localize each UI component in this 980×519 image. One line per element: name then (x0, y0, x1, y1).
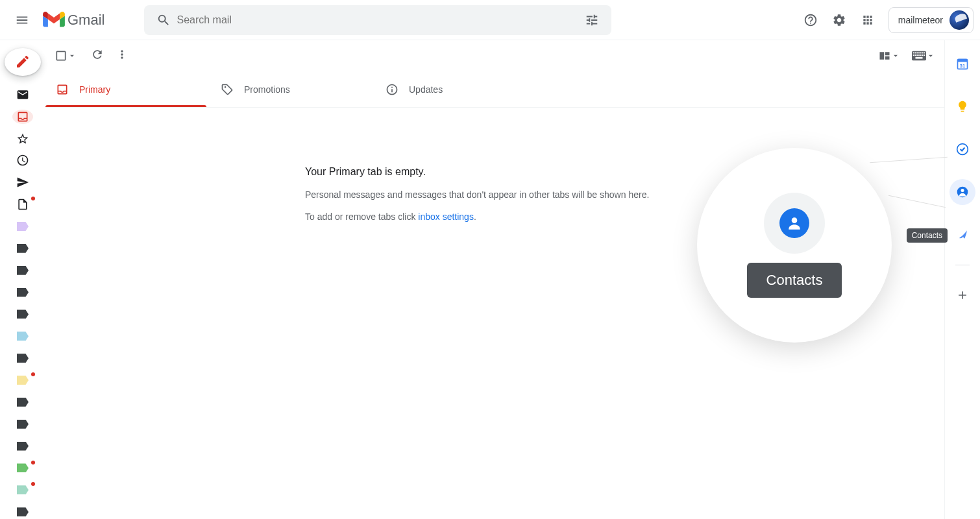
sidebar-item-label-7[interactable] (12, 351, 33, 365)
label-icon (17, 420, 29, 429)
left-nav (0, 40, 45, 519)
header: Gmail mailmeteor (0, 0, 980, 40)
divider (955, 265, 970, 265)
svg-rect-5 (920, 53, 922, 54)
label-icon (17, 485, 29, 494)
info-icon (386, 83, 398, 96)
svg-rect-6 (922, 53, 924, 54)
tab-promotions[interactable]: Promotions (210, 71, 375, 107)
unread-dot (31, 197, 35, 200)
select-all-checkbox[interactable] (55, 49, 79, 62)
label-icon (17, 309, 29, 319)
svg-point-22 (792, 217, 798, 223)
tasks-icon (956, 143, 969, 156)
compose-button[interactable] (5, 48, 41, 76)
settings-button[interactable] (826, 7, 852, 33)
sidebar-item-label-3[interactable] (12, 263, 33, 278)
support-button[interactable] (798, 7, 824, 33)
svg-rect-7 (924, 53, 925, 54)
search-bar (144, 5, 611, 35)
label-icon (17, 354, 29, 363)
sidepanel-calendar[interactable]: 31 (949, 51, 975, 77)
sidebar-item-drafts[interactable] (12, 197, 33, 211)
svg-text:31: 31 (960, 63, 965, 69)
clock-icon (16, 154, 29, 167)
label-icon (17, 266, 29, 275)
sidepanel-add[interactable] (949, 282, 975, 308)
sidebar-item-label-6[interactable] (12, 329, 33, 343)
sidebar-item-label-1[interactable] (12, 219, 33, 234)
sidebar-item-label-11[interactable] (12, 439, 33, 453)
inbox-icon (56, 83, 69, 96)
chevron-down-icon (67, 51, 77, 60)
tab-updates-label: Updates (409, 84, 443, 95)
sidebar-item-label-10[interactable] (12, 417, 33, 431)
toolbar (45, 40, 944, 71)
callout-label: Contacts (747, 263, 842, 298)
sidebar-item-snoozed[interactable] (12, 153, 33, 167)
split-pane-icon (878, 49, 891, 62)
sidebar-item-starred[interactable] (12, 132, 33, 146)
gmail-logo-text: Gmail (67, 12, 104, 29)
sidepanel-keep[interactable] (949, 93, 975, 119)
tab-updates[interactable]: Updates (375, 71, 540, 107)
more-vert-icon (116, 48, 129, 61)
contacts-tooltip: Contacts (907, 228, 948, 243)
svg-rect-12 (920, 54, 922, 56)
sidepanel-mailmeteor[interactable] (949, 222, 975, 248)
contacts-icon (956, 186, 969, 199)
sidepanel-tasks[interactable] (949, 136, 975, 162)
inbox-icon (16, 110, 29, 123)
svg-rect-1 (913, 53, 914, 54)
tune-icon (585, 13, 599, 27)
sidebar-item-sent[interactable] (12, 175, 33, 189)
unread-dot (31, 482, 35, 486)
label-icon (17, 376, 29, 385)
pencil-icon (15, 54, 31, 69)
svg-rect-2 (915, 53, 916, 54)
sidebar-item-label-9[interactable] (12, 395, 33, 409)
svg-rect-9 (915, 54, 916, 56)
more-button[interactable] (116, 48, 129, 64)
tab-primary[interactable]: Primary (45, 71, 210, 107)
svg-rect-11 (918, 54, 920, 56)
avatar (949, 10, 969, 30)
sidebar-item-label-5[interactable] (12, 308, 33, 322)
main-menu-button[interactable] (6, 5, 38, 36)
keyboard-icon (912, 51, 926, 61)
apps-button[interactable] (855, 7, 881, 33)
input-tools-button[interactable] (912, 51, 935, 61)
search-input[interactable] (177, 14, 579, 26)
sidebar-item-inbox[interactable] (12, 110, 33, 124)
svg-point-21 (961, 189, 964, 192)
sidebar-item-label-2[interactable] (12, 241, 33, 256)
account-button[interactable]: mailmeteor (888, 7, 974, 33)
sidebar-item-label-13[interactable] (12, 483, 33, 497)
unread-dot (31, 372, 35, 376)
search-options-button[interactable] (579, 13, 605, 27)
label-icon (17, 222, 29, 231)
sidebar-item-label-12[interactable] (12, 461, 33, 476)
sidebar-item-label-14[interactable] (12, 505, 33, 519)
svg-rect-17 (958, 59, 968, 62)
sidepanel-contacts[interactable] (949, 179, 975, 205)
gmail-logo[interactable]: Gmail (38, 12, 110, 29)
menu-icon (15, 13, 29, 27)
help-icon (803, 13, 818, 27)
checkbox-icon (55, 49, 67, 62)
sidebar-item-inbox-all[interactable] (12, 88, 33, 102)
contacts-icon (779, 208, 809, 238)
label-icon (17, 398, 29, 407)
sidebar-item-label-8[interactable] (12, 373, 33, 387)
search-icon[interactable] (151, 13, 177, 27)
tab-primary-label: Primary (79, 84, 110, 95)
tag-icon (221, 83, 234, 96)
file-icon (16, 198, 29, 211)
refresh-button[interactable] (91, 48, 104, 64)
sidebar-item-label-4[interactable] (12, 285, 33, 300)
contacts-callout: Contacts (697, 148, 892, 343)
mail-icon (16, 88, 29, 101)
inbox-settings-link[interactable]: inbox settings (418, 211, 474, 222)
label-icon (17, 507, 29, 516)
toggle-split-pane-button[interactable] (878, 49, 900, 62)
